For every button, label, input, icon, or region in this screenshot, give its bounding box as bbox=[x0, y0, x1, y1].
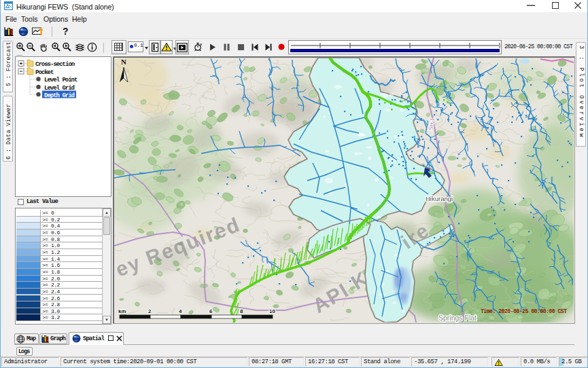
svg-text:km: km bbox=[118, 308, 126, 314]
svg-text:10: 10 bbox=[269, 308, 275, 314]
svg-text:Hikurangi: Hikurangi bbox=[426, 195, 453, 202]
svg-text:Level Grid: Level Grid bbox=[44, 85, 75, 92]
svg-text:Depth Grid: Depth Grid bbox=[44, 92, 75, 99]
svg-text:Springs Flat: Springs Flat bbox=[438, 314, 477, 322]
svg-text:Level Point: Level Point bbox=[44, 77, 77, 84]
svg-text:8: 8 bbox=[240, 308, 243, 314]
svg-text:2: 2 bbox=[148, 308, 152, 314]
svg-text:6: 6 bbox=[209, 308, 213, 314]
svg-text:4: 4 bbox=[179, 308, 182, 314]
svg-text:N: N bbox=[121, 58, 126, 66]
svg-text:Pocket: Pocket bbox=[35, 69, 54, 76]
svg-text:Time: 2020-08-25 00:00:00 CST: Time: 2020-08-25 00:00:00 CST bbox=[481, 308, 567, 314]
svg-text:Cross-section: Cross-section bbox=[35, 61, 75, 68]
